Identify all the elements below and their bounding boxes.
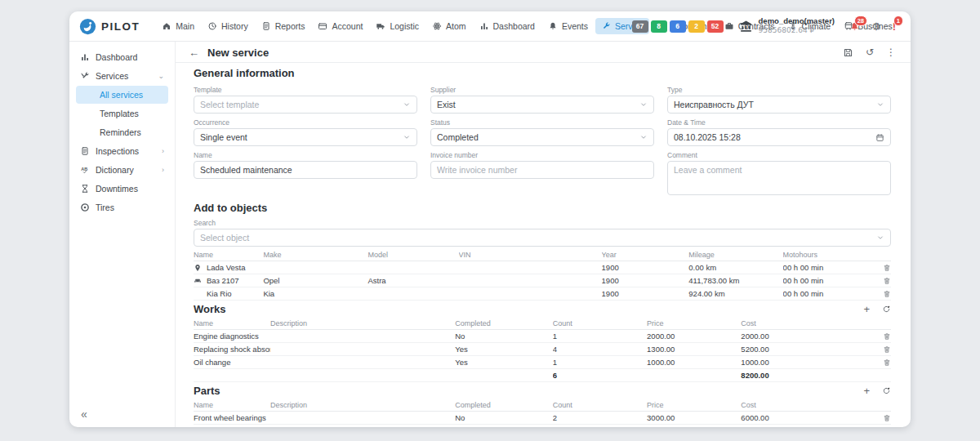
part-table-row[interactable]: Rear brake pads Yes 1 1450.00 1450.00 (194, 425, 891, 427)
field-label: Search (194, 219, 891, 227)
nav-item[interactable]: Main (156, 18, 200, 34)
sidebar-item-inspections[interactable]: Inspections › (76, 142, 168, 160)
work-completed: Yes (455, 345, 553, 354)
delete-row-icon[interactable] (883, 264, 891, 272)
objects-table-header: Name Make Model VIN Year Mileage Motohou… (194, 249, 891, 261)
part-table-row[interactable]: Front wheel bearings No 2 3000.00 6000.0… (194, 412, 891, 425)
object-table-row[interactable]: Kia Rio Kia 1900 924.00 km 00 h 00 min (194, 287, 891, 301)
nav-item-icon (432, 21, 442, 31)
nav-item-icon (318, 21, 327, 31)
refresh-icon[interactable] (882, 305, 891, 314)
sidebar-item-dictionary[interactable]: Dictionary › (76, 161, 168, 179)
delete-row-icon[interactable] (883, 345, 891, 354)
sidebar-item-downtimes[interactable]: Downtimes (76, 180, 168, 198)
column-header: Price (647, 319, 741, 327)
input-placeholder: Write invoice number (437, 165, 648, 175)
datetime-input[interactable]: 08.10.2025 15:28 (667, 128, 891, 146)
delete-row-icon[interactable] (883, 427, 891, 428)
section-title-general: General information (194, 67, 891, 79)
status-counter-badge[interactable]: 8 (651, 20, 667, 33)
part-name: Rear brake pads (194, 426, 270, 427)
work-table-row[interactable]: Engine diagnostics No 1 2000.00 2000.00 (194, 330, 891, 343)
nav-item[interactable]: Account (312, 18, 368, 34)
sidebar-item-templates[interactable]: Templates (76, 105, 168, 122)
nav-item-label: Dashboard (493, 21, 535, 31)
delete-row-icon[interactable] (883, 332, 891, 341)
brand-name: PILOT (101, 20, 140, 33)
works-total-cost: 8200.00 (741, 371, 859, 380)
notifications-button[interactable]: 28 (849, 21, 860, 32)
nav-item[interactable]: Atom (426, 18, 472, 34)
nav-item[interactable]: Reports (256, 18, 311, 34)
save-icon[interactable] (843, 47, 853, 58)
part-price: 3000.00 (647, 413, 741, 422)
pilot-logo-icon (79, 18, 96, 35)
comment-textarea[interactable]: Leave a comment (667, 161, 891, 195)
occurrence-select[interactable]: Single event (194, 128, 417, 146)
status-counter-badge[interactable]: 6 (670, 20, 686, 33)
object-mileage: 411,783.00 km (688, 276, 782, 285)
more-options-icon[interactable]: ⋮ (886, 47, 896, 57)
sidebar-item-reminders[interactable]: Reminders (76, 123, 168, 141)
undo-icon[interactable]: ↺ (866, 47, 874, 57)
sidebar-item-tires[interactable]: Tires (76, 198, 168, 216)
work-cost: 5200.00 (741, 345, 859, 354)
field-label: Invoice number (430, 151, 654, 159)
invoice-field: Invoice number Write invoice number (430, 151, 654, 179)
status-counter-badge[interactable]: 67 (632, 20, 648, 33)
object-table-row[interactable]: Ваз 2107 Opel Astra 1900 411,783.00 km 0… (194, 274, 891, 287)
field-label: Type (667, 86, 891, 94)
supplier-select[interactable]: Exist (430, 96, 654, 114)
settings-button[interactable]: ⚙ (871, 21, 881, 32)
sidebar-item-all-services[interactable]: All services (76, 86, 168, 104)
warnings-badge: 1 (893, 16, 903, 27)
chevron-right-icon: › (162, 166, 164, 174)
general-form: Template Select template Supplier Exist (194, 86, 891, 195)
template-field: Template Select template (194, 86, 417, 114)
nav-item[interactable]: History (202, 18, 254, 34)
sidebar-item-services[interactable]: Services ⌄ (76, 67, 168, 85)
status-counter-badge[interactable]: 52 (707, 20, 724, 33)
textarea-placeholder: Leave a comment (674, 165, 884, 175)
work-table-row[interactable]: Replacing shock absorbers Yes 4 1300.00 … (194, 343, 891, 356)
warnings-button[interactable]: ! 1 (893, 21, 896, 32)
status-select[interactable]: Completed (430, 128, 654, 146)
select-placeholder: Select object (200, 233, 871, 243)
work-name: Engine diagnostics (194, 332, 270, 341)
nav-item[interactable]: Dashboard (474, 18, 541, 34)
add-part-icon[interactable]: + (863, 385, 870, 396)
brand[interactable]: PILOT (79, 18, 140, 35)
refresh-icon[interactable] (882, 386, 891, 395)
object-year: 1900 (602, 263, 689, 272)
occurrence-field: Occurrence Single event (194, 118, 417, 146)
column-header: Name (194, 251, 263, 259)
nav-item-icon (724, 21, 734, 31)
type-select[interactable]: Неисправность ДУТ (667, 96, 891, 114)
template-select[interactable]: Select template (194, 96, 417, 114)
delete-row-icon[interactable] (883, 359, 891, 367)
back-button[interactable]: ← (189, 47, 199, 59)
sidebar-item-label: Dictionary (96, 165, 134, 175)
object-year: 1900 (602, 289, 689, 298)
add-work-icon[interactable]: + (863, 304, 870, 314)
object-name: Kia Rio (207, 289, 232, 298)
sidebar-collapse-button[interactable]: « (81, 408, 87, 421)
type-field: Type Неисправность ДУТ (667, 86, 891, 114)
field-label: Supplier (430, 86, 654, 94)
invoice-input[interactable]: Write invoice number (430, 161, 654, 179)
delete-row-icon[interactable] (883, 277, 891, 285)
object-table-row[interactable]: Lada Vesta 1900 0.00 km 00 h 00 min (194, 261, 891, 274)
delete-row-icon[interactable] (883, 290, 891, 298)
nav-item[interactable]: Logistic (370, 18, 425, 34)
work-table-row[interactable]: Oil change Yes 1 1000.00 1000.00 (194, 356, 891, 369)
user-account[interactable]: demo_demo(master) 95856802.64 ₽ (738, 17, 835, 34)
nav-item[interactable]: Events (542, 18, 594, 34)
top-navigation: Main History Reports Account (156, 18, 621, 34)
object-make: Opel (263, 276, 368, 285)
sidebar-item-dashboard[interactable]: Dashboard (76, 48, 168, 66)
delete-row-icon[interactable] (883, 414, 891, 422)
name-input[interactable]: Scheduled maintenance (194, 161, 417, 179)
object-search-select[interactable]: Select object (194, 229, 891, 247)
select-value: Select template (200, 100, 398, 109)
status-counter-badge[interactable]: 2 (688, 20, 705, 33)
